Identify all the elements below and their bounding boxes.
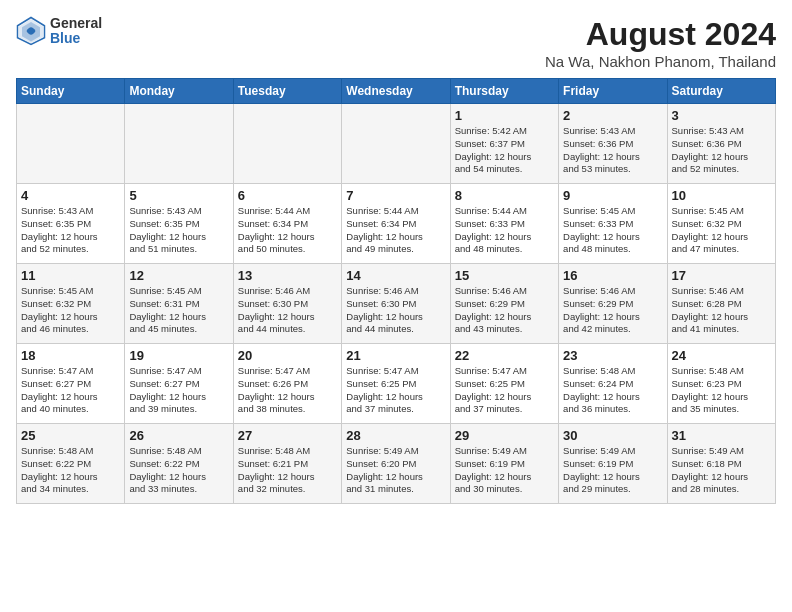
- day-number: 11: [21, 268, 120, 283]
- cell-content: Sunrise: 5:46 AM Sunset: 6:30 PM Dayligh…: [346, 285, 445, 336]
- week-row-1: 1Sunrise: 5:42 AM Sunset: 6:37 PM Daylig…: [17, 104, 776, 184]
- day-number: 27: [238, 428, 337, 443]
- header-row: SundayMondayTuesdayWednesdayThursdayFrid…: [17, 79, 776, 104]
- calendar-cell: [342, 104, 450, 184]
- day-number: 7: [346, 188, 445, 203]
- calendar-cell: 19Sunrise: 5:47 AM Sunset: 6:27 PM Dayli…: [125, 344, 233, 424]
- calendar-cell: 10Sunrise: 5:45 AM Sunset: 6:32 PM Dayli…: [667, 184, 775, 264]
- cell-content: Sunrise: 5:49 AM Sunset: 6:19 PM Dayligh…: [563, 445, 662, 496]
- cell-content: Sunrise: 5:43 AM Sunset: 6:35 PM Dayligh…: [21, 205, 120, 256]
- cell-content: Sunrise: 5:48 AM Sunset: 6:22 PM Dayligh…: [21, 445, 120, 496]
- day-number: 30: [563, 428, 662, 443]
- calendar-cell: 31Sunrise: 5:49 AM Sunset: 6:18 PM Dayli…: [667, 424, 775, 504]
- calendar-cell: 13Sunrise: 5:46 AM Sunset: 6:30 PM Dayli…: [233, 264, 341, 344]
- calendar-cell: [233, 104, 341, 184]
- calendar-cell: 29Sunrise: 5:49 AM Sunset: 6:19 PM Dayli…: [450, 424, 558, 504]
- main-title: August 2024: [545, 16, 776, 53]
- calendar-cell: 21Sunrise: 5:47 AM Sunset: 6:25 PM Dayli…: [342, 344, 450, 424]
- cell-content: Sunrise: 5:49 AM Sunset: 6:20 PM Dayligh…: [346, 445, 445, 496]
- day-number: 20: [238, 348, 337, 363]
- cell-content: Sunrise: 5:44 AM Sunset: 6:34 PM Dayligh…: [346, 205, 445, 256]
- calendar-cell: 25Sunrise: 5:48 AM Sunset: 6:22 PM Dayli…: [17, 424, 125, 504]
- day-number: 4: [21, 188, 120, 203]
- cell-content: Sunrise: 5:46 AM Sunset: 6:28 PM Dayligh…: [672, 285, 771, 336]
- calendar-cell: 12Sunrise: 5:45 AM Sunset: 6:31 PM Dayli…: [125, 264, 233, 344]
- week-row-5: 25Sunrise: 5:48 AM Sunset: 6:22 PM Dayli…: [17, 424, 776, 504]
- cell-content: Sunrise: 5:48 AM Sunset: 6:21 PM Dayligh…: [238, 445, 337, 496]
- calendar-cell: 6Sunrise: 5:44 AM Sunset: 6:34 PM Daylig…: [233, 184, 341, 264]
- cell-content: Sunrise: 5:46 AM Sunset: 6:30 PM Dayligh…: [238, 285, 337, 336]
- day-number: 25: [21, 428, 120, 443]
- week-row-2: 4Sunrise: 5:43 AM Sunset: 6:35 PM Daylig…: [17, 184, 776, 264]
- calendar-cell: 26Sunrise: 5:48 AM Sunset: 6:22 PM Dayli…: [125, 424, 233, 504]
- day-number: 1: [455, 108, 554, 123]
- day-number: 5: [129, 188, 228, 203]
- day-number: 10: [672, 188, 771, 203]
- calendar-cell: [125, 104, 233, 184]
- day-number: 15: [455, 268, 554, 283]
- week-row-4: 18Sunrise: 5:47 AM Sunset: 6:27 PM Dayli…: [17, 344, 776, 424]
- header-day-saturday: Saturday: [667, 79, 775, 104]
- header-day-friday: Friday: [559, 79, 667, 104]
- day-number: 12: [129, 268, 228, 283]
- calendar-cell: 11Sunrise: 5:45 AM Sunset: 6:32 PM Dayli…: [17, 264, 125, 344]
- calendar-body: 1Sunrise: 5:42 AM Sunset: 6:37 PM Daylig…: [17, 104, 776, 504]
- header-day-sunday: Sunday: [17, 79, 125, 104]
- cell-content: Sunrise: 5:47 AM Sunset: 6:27 PM Dayligh…: [21, 365, 120, 416]
- cell-content: Sunrise: 5:49 AM Sunset: 6:18 PM Dayligh…: [672, 445, 771, 496]
- week-row-3: 11Sunrise: 5:45 AM Sunset: 6:32 PM Dayli…: [17, 264, 776, 344]
- day-number: 17: [672, 268, 771, 283]
- cell-content: Sunrise: 5:47 AM Sunset: 6:27 PM Dayligh…: [129, 365, 228, 416]
- day-number: 23: [563, 348, 662, 363]
- cell-content: Sunrise: 5:45 AM Sunset: 6:32 PM Dayligh…: [672, 205, 771, 256]
- cell-content: Sunrise: 5:42 AM Sunset: 6:37 PM Dayligh…: [455, 125, 554, 176]
- logo-general-text: General: [50, 16, 102, 31]
- calendar-cell: 8Sunrise: 5:44 AM Sunset: 6:33 PM Daylig…: [450, 184, 558, 264]
- calendar-cell: 16Sunrise: 5:46 AM Sunset: 6:29 PM Dayli…: [559, 264, 667, 344]
- logo-blue-text: Blue: [50, 31, 102, 46]
- logo-text: General Blue: [50, 16, 102, 47]
- header-day-thursday: Thursday: [450, 79, 558, 104]
- header-day-wednesday: Wednesday: [342, 79, 450, 104]
- cell-content: Sunrise: 5:45 AM Sunset: 6:32 PM Dayligh…: [21, 285, 120, 336]
- calendar-cell: 9Sunrise: 5:45 AM Sunset: 6:33 PM Daylig…: [559, 184, 667, 264]
- day-number: 26: [129, 428, 228, 443]
- calendar-cell: 15Sunrise: 5:46 AM Sunset: 6:29 PM Dayli…: [450, 264, 558, 344]
- calendar-cell: 4Sunrise: 5:43 AM Sunset: 6:35 PM Daylig…: [17, 184, 125, 264]
- cell-content: Sunrise: 5:47 AM Sunset: 6:25 PM Dayligh…: [346, 365, 445, 416]
- day-number: 31: [672, 428, 771, 443]
- cell-content: Sunrise: 5:43 AM Sunset: 6:36 PM Dayligh…: [563, 125, 662, 176]
- cell-content: Sunrise: 5:47 AM Sunset: 6:25 PM Dayligh…: [455, 365, 554, 416]
- calendar-cell: 1Sunrise: 5:42 AM Sunset: 6:37 PM Daylig…: [450, 104, 558, 184]
- day-number: 21: [346, 348, 445, 363]
- logo-icon: [16, 16, 46, 46]
- day-number: 13: [238, 268, 337, 283]
- calendar-table: SundayMondayTuesdayWednesdayThursdayFrid…: [16, 78, 776, 504]
- day-number: 18: [21, 348, 120, 363]
- day-number: 19: [129, 348, 228, 363]
- calendar-cell: 23Sunrise: 5:48 AM Sunset: 6:24 PM Dayli…: [559, 344, 667, 424]
- calendar-cell: 24Sunrise: 5:48 AM Sunset: 6:23 PM Dayli…: [667, 344, 775, 424]
- sub-title: Na Wa, Nakhon Phanom, Thailand: [545, 53, 776, 70]
- cell-content: Sunrise: 5:44 AM Sunset: 6:33 PM Dayligh…: [455, 205, 554, 256]
- logo: General Blue: [16, 16, 102, 47]
- day-number: 6: [238, 188, 337, 203]
- header-day-monday: Monday: [125, 79, 233, 104]
- calendar-cell: 27Sunrise: 5:48 AM Sunset: 6:21 PM Dayli…: [233, 424, 341, 504]
- calendar-cell: 17Sunrise: 5:46 AM Sunset: 6:28 PM Dayli…: [667, 264, 775, 344]
- cell-content: Sunrise: 5:48 AM Sunset: 6:23 PM Dayligh…: [672, 365, 771, 416]
- calendar-cell: 30Sunrise: 5:49 AM Sunset: 6:19 PM Dayli…: [559, 424, 667, 504]
- cell-content: Sunrise: 5:45 AM Sunset: 6:33 PM Dayligh…: [563, 205, 662, 256]
- calendar-header: SundayMondayTuesdayWednesdayThursdayFrid…: [17, 79, 776, 104]
- calendar-cell: 2Sunrise: 5:43 AM Sunset: 6:36 PM Daylig…: [559, 104, 667, 184]
- header: General Blue August 2024 Na Wa, Nakhon P…: [16, 16, 776, 70]
- cell-content: Sunrise: 5:48 AM Sunset: 6:22 PM Dayligh…: [129, 445, 228, 496]
- day-number: 28: [346, 428, 445, 443]
- day-number: 16: [563, 268, 662, 283]
- cell-content: Sunrise: 5:45 AM Sunset: 6:31 PM Dayligh…: [129, 285, 228, 336]
- cell-content: Sunrise: 5:47 AM Sunset: 6:26 PM Dayligh…: [238, 365, 337, 416]
- calendar-cell: 14Sunrise: 5:46 AM Sunset: 6:30 PM Dayli…: [342, 264, 450, 344]
- day-number: 29: [455, 428, 554, 443]
- day-number: 22: [455, 348, 554, 363]
- title-area: August 2024 Na Wa, Nakhon Phanom, Thaila…: [545, 16, 776, 70]
